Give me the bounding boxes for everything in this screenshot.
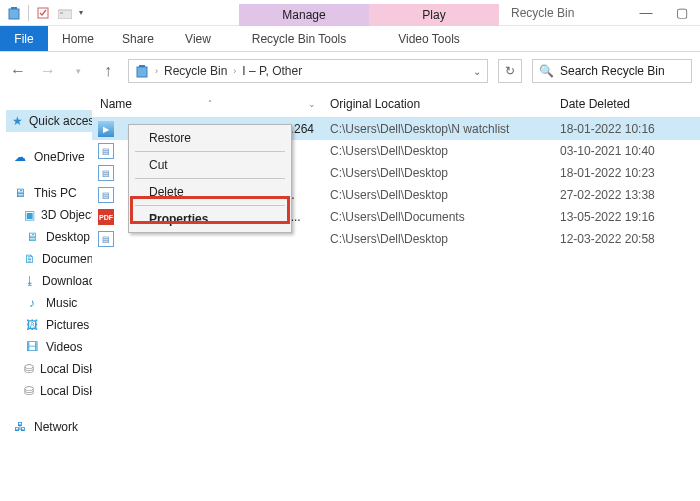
sidebar-item-label: Quick access <box>29 114 92 128</box>
sidebar-item-label: Desktop <box>46 230 90 244</box>
document-file-icon: ▤ <box>98 187 114 203</box>
svg-rect-5 <box>137 67 147 77</box>
date-deleted: 12-03-2022 20:58 <box>552 232 700 246</box>
original-location: C:\Users\Dell\Desktop <box>322 232 552 246</box>
sidebar-item-label: Documents <box>42 252 92 266</box>
ribbon-tab-view[interactable]: View <box>168 26 228 51</box>
file-tab[interactable]: File <box>0 26 48 51</box>
context-menu: Restore Cut Delete Properties <box>128 124 292 233</box>
address-bar[interactable]: › Recycle Bin › I – P, Other ⌄ <box>128 59 488 83</box>
document-file-icon: ▤ <box>98 143 114 159</box>
svg-rect-4 <box>60 12 63 14</box>
sidebar-item-local-disk-c[interactable]: ⛁ Local Disk <box>6 358 92 380</box>
sidebar-item-videos[interactable]: 🎞 Videos <box>6 336 92 358</box>
original-location: C:\Users\Dell\Desktop <box>322 166 552 180</box>
column-header-label: Date Deleted <box>560 97 630 111</box>
recycle-bin-icon <box>135 64 149 78</box>
sidebar-this-pc[interactable]: 🖥 This PC <box>6 182 92 204</box>
maximize-button[interactable]: ▢ <box>664 0 700 25</box>
sort-ascending-icon: ˄ <box>208 99 212 108</box>
context-menu-cut[interactable]: Cut <box>129 152 291 178</box>
ribbon-tab-recyclebin-tools[interactable]: Recycle Bin Tools <box>234 26 364 51</box>
sidebar-quick-access[interactable]: ★ Quick access <box>6 110 92 132</box>
date-deleted: 27-02-2022 13:38 <box>552 188 700 202</box>
navigation-pane[interactable]: ★ Quick access ☁ OneDrive 🖥 This PC ▣ 3D… <box>0 90 92 501</box>
sidebar-item-documents[interactable]: 🗎 Documents <box>6 248 92 270</box>
column-header-original-location[interactable]: Original Location <box>322 97 552 111</box>
breadcrumb-chevron-icon[interactable]: › <box>233 66 236 76</box>
sidebar-item-label: Music <box>46 296 77 310</box>
documents-icon: 🗎 <box>24 251 36 267</box>
qat-separator <box>28 5 29 21</box>
desktop-icon: 🖥 <box>24 229 40 245</box>
disk-icon: ⛁ <box>24 383 34 399</box>
quick-access-toolbar: ▾ <box>0 0 89 25</box>
sidebar-item-pictures[interactable]: 🖼 Pictures <box>6 314 92 336</box>
title-bar: ▾ Manage Play Recycle Bin — ▢ ✕ <box>0 0 700 26</box>
sidebar-item-music[interactable]: ♪ Music <box>6 292 92 314</box>
contextual-tool-tabs: Manage Play <box>239 0 499 25</box>
ribbon-tab-share[interactable]: Share <box>108 26 168 51</box>
sidebar-item-label: Pictures <box>46 318 89 332</box>
sidebar-item-3d-objects[interactable]: ▣ 3D Objects <box>6 204 92 226</box>
minimize-button[interactable]: — <box>628 0 664 25</box>
sidebar-network[interactable]: 🖧 Network <box>6 416 92 438</box>
document-file-icon: ▤ <box>98 165 114 181</box>
window-title: Recycle Bin <box>499 0 628 25</box>
properties-icon[interactable] <box>35 5 51 21</box>
sidebar-onedrive[interactable]: ☁ OneDrive <box>6 146 92 168</box>
cube-icon: ▣ <box>24 207 35 223</box>
search-placeholder: Search Recycle Bin <box>560 64 665 78</box>
play-tool-tab[interactable]: Play <box>369 4 499 26</box>
back-button[interactable]: ← <box>8 61 28 81</box>
refresh-button[interactable]: ↻ <box>498 59 522 83</box>
sidebar-item-label: OneDrive <box>34 150 85 164</box>
date-deleted: 03-10-2021 10:40 <box>552 144 700 158</box>
date-deleted: 18-01-2022 10:16 <box>552 122 700 136</box>
ribbon-tab-video-tools[interactable]: Video Tools <box>364 26 494 51</box>
address-history-dropdown[interactable]: ⌄ <box>473 66 481 77</box>
recent-locations-dropdown[interactable]: ▾ <box>68 61 88 81</box>
monitor-icon: 🖥 <box>12 185 28 201</box>
pictures-icon: 🖼 <box>24 317 40 333</box>
disk-icon: ⛁ <box>24 361 34 377</box>
ribbon-tab-home[interactable]: Home <box>48 26 108 51</box>
window-controls: — ▢ ✕ <box>628 0 700 25</box>
main-area: ★ Quick access ☁ OneDrive 🖥 This PC ▣ 3D… <box>0 90 700 501</box>
cloud-icon: ☁ <box>12 149 28 165</box>
date-deleted: 18-01-2022 10:23 <box>552 166 700 180</box>
videos-icon: 🎞 <box>24 339 40 355</box>
qat-new-folder-icon[interactable] <box>57 5 73 21</box>
svg-rect-0 <box>9 9 19 19</box>
context-menu-delete[interactable]: Delete <box>129 179 291 205</box>
sidebar-item-local-disk-d[interactable]: ⛁ Local Disk <box>6 380 92 402</box>
sidebar-item-label: Videos <box>46 340 82 354</box>
manage-tool-tab[interactable]: Manage <box>239 4 369 26</box>
original-location: C:\Users\Dell\Desktop <box>322 144 552 158</box>
recycle-bin-icon <box>6 5 22 21</box>
breadcrumb[interactable]: I – P, Other <box>242 64 302 78</box>
column-header-label: Name <box>100 97 132 111</box>
context-menu-restore[interactable]: Restore <box>129 125 291 151</box>
search-box[interactable]: 🔍 Search Recycle Bin <box>532 59 692 83</box>
column-header-name[interactable]: Name ˄ ⌄ <box>92 97 322 111</box>
svg-rect-6 <box>139 65 145 67</box>
original-location: C:\Users\Dell\Documents <box>322 210 552 224</box>
sidebar-item-downloads[interactable]: ⭳ Downloads <box>6 270 92 292</box>
column-header-date-deleted[interactable]: Date Deleted <box>552 97 700 111</box>
forward-button[interactable]: → <box>38 61 58 81</box>
star-icon: ★ <box>12 113 23 129</box>
column-filter-dropdown-icon[interactable]: ⌄ <box>308 99 322 109</box>
breadcrumb[interactable]: Recycle Bin <box>164 64 227 78</box>
qat-dropdown-icon[interactable]: ▾ <box>79 8 83 17</box>
svg-rect-3 <box>58 10 72 19</box>
context-menu-properties[interactable]: Properties <box>129 206 291 232</box>
breadcrumb-chevron-icon[interactable]: › <box>155 66 158 76</box>
ribbon-tabs: File Home Share View Recycle Bin Tools V… <box>0 26 700 52</box>
sidebar-item-label: 3D Objects <box>41 208 92 222</box>
sidebar-item-desktop[interactable]: 🖥 Desktop <box>6 226 92 248</box>
original-location: C:\Users\Dell\Desktop\N watchlist <box>322 122 552 136</box>
up-button[interactable]: ↑ <box>98 61 118 81</box>
column-headers: Name ˄ ⌄ Original Location Date Deleted <box>92 90 700 118</box>
sidebar-item-label: This PC <box>34 186 77 200</box>
